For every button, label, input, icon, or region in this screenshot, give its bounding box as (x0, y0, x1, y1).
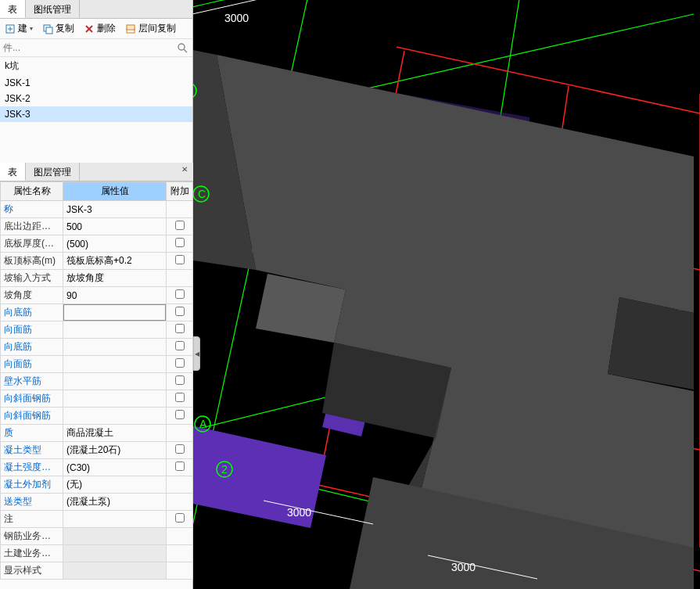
property-name[interactable]: 质 (1, 425, 63, 442)
extra-checkbox[interactable] (175, 393, 185, 402)
property-name: 土建业务属性 (1, 545, 63, 562)
close-icon[interactable]: ✕ (179, 164, 190, 175)
property-row: 显示样式 (1, 562, 193, 580)
property-row: 底出边距离(...500 (1, 218, 193, 235)
dimension-bottom-right: 3000 (451, 561, 476, 573)
extra-checkbox[interactable] (175, 238, 185, 247)
search-icon[interactable] (177, 42, 188, 53)
tab-drawings[interactable]: 图纸管理 (26, 0, 80, 18)
layer-copy-button[interactable]: 层间复制 (122, 20, 179, 37)
property-name[interactable]: 向斜面钢筋 (1, 390, 63, 408)
property-extra[interactable] (167, 218, 193, 235)
tab-layer-mgmt[interactable]: 图层管理 (26, 163, 80, 181)
tab-prop-list[interactable]: 表 (0, 163, 26, 181)
property-extra[interactable] (167, 339, 193, 356)
property-name[interactable]: 凝土强度等级 (1, 459, 63, 476)
property-extra[interactable] (167, 304, 193, 321)
property-name[interactable]: 向底筋 (1, 339, 63, 356)
property-row: 向底筋 (1, 304, 193, 321)
property-extra (167, 270, 193, 287)
property-value[interactable]: 商品混凝土 (63, 425, 167, 442)
property-extra[interactable] (167, 287, 193, 304)
property-extra[interactable] (167, 511, 193, 528)
property-row: 坡角度90 (1, 287, 193, 304)
extra-checkbox[interactable] (175, 221, 185, 230)
property-name[interactable]: 凝土外加剂 (1, 476, 63, 494)
property-extra[interactable] (167, 459, 193, 476)
property-value[interactable]: (混凝土泵) (63, 494, 167, 511)
extra-checkbox[interactable] (175, 324, 185, 333)
property-name: 显示样式 (1, 562, 63, 580)
col-extra[interactable]: 附加 (167, 182, 193, 201)
panel-collapse-handle[interactable]: ◀ (193, 336, 200, 371)
property-value[interactable]: (无) (63, 476, 167, 494)
property-value[interactable] (63, 339, 167, 356)
property-name[interactable]: 向面筋 (1, 321, 63, 339)
col-value[interactable]: 属性值 (63, 182, 167, 201)
extra-checkbox[interactable] (175, 513, 185, 523)
axis-label-a: A (199, 418, 207, 430)
extra-checkbox[interactable] (175, 255, 185, 264)
property-value[interactable]: (混凝土20石) (63, 442, 167, 459)
property-name[interactable]: 称 (1, 201, 63, 218)
new-icon (5, 23, 16, 34)
property-table: 属性名称 属性值 附加 称JSK-3底出边距离(...500底板厚度(mm)(5… (0, 181, 193, 580)
list-item[interactable]: JSK-2 (0, 91, 192, 106)
extra-checkbox[interactable] (175, 375, 185, 385)
extra-checkbox[interactable] (175, 444, 185, 454)
property-extra[interactable] (167, 235, 193, 253)
property-row: 向底筋 (1, 339, 193, 356)
property-name[interactable]: 壁水平筋 (1, 373, 63, 390)
property-row: 送类型(混凝土泵) (1, 494, 193, 511)
extra-checkbox[interactable] (175, 341, 185, 350)
list-item[interactable]: k坑 (0, 57, 192, 75)
extra-checkbox[interactable] (175, 289, 185, 299)
copy-button[interactable]: 复制 (39, 20, 77, 37)
property-value[interactable] (63, 304, 167, 321)
property-name[interactable]: 凝土类型 (1, 442, 63, 459)
property-extra (167, 494, 193, 511)
property-name[interactable]: 向斜面钢筋 (1, 408, 63, 425)
col-name[interactable]: 属性名称 (1, 182, 63, 201)
extra-checkbox[interactable] (175, 307, 185, 316)
property-extra (167, 562, 193, 580)
property-value[interactable]: 500 (63, 218, 167, 235)
model-viewport[interactable]: D C A 2 3000 3000 3000 (193, 0, 700, 589)
tab-list[interactable]: 表 (0, 0, 26, 18)
property-value[interactable] (63, 373, 167, 390)
property-name[interactable]: 送类型 (1, 494, 63, 511)
property-name: 坡角度 (1, 287, 63, 304)
delete-button[interactable]: 删除 (81, 20, 119, 37)
property-extra[interactable] (167, 253, 193, 270)
property-value[interactable]: JSK-3 (63, 201, 167, 218)
new-label: 建 (18, 22, 27, 35)
list-item[interactable]: JSK-3 (0, 106, 192, 122)
extra-checkbox[interactable] (175, 358, 185, 368)
property-extra[interactable] (167, 321, 193, 339)
property-value[interactable] (63, 408, 167, 425)
property-value[interactable]: 放坡角度 (63, 270, 167, 287)
extra-checkbox[interactable] (175, 410, 185, 419)
property-value[interactable]: 90 (63, 287, 167, 304)
property-extra[interactable] (167, 373, 193, 390)
property-value[interactable]: (500) (63, 235, 167, 253)
new-button[interactable]: 建 ▾ (2, 20, 36, 37)
property-name[interactable]: 向底筋 (1, 304, 63, 321)
property-value[interactable] (63, 356, 167, 373)
property-extra[interactable] (167, 408, 193, 425)
property-value[interactable]: 筏板底标高+0.2 (63, 253, 167, 270)
property-panel: ✕ 表 图层管理 属性名称 属性值 附加 称JSK-3底出边距离(...500底… (0, 163, 193, 580)
property-name: 注 (1, 511, 63, 528)
extra-checkbox[interactable] (175, 462, 185, 471)
property-extra[interactable] (167, 356, 193, 373)
property-value-input[interactable] (66, 307, 163, 318)
list-item[interactable]: JSK-1 (0, 75, 192, 91)
property-name[interactable]: 向面筋 (1, 356, 63, 373)
property-value[interactable] (63, 321, 167, 339)
property-value[interactable] (63, 390, 167, 408)
property-extra[interactable] (167, 442, 193, 459)
property-extra[interactable] (167, 390, 193, 408)
property-value[interactable] (63, 511, 167, 528)
search-input[interactable] (0, 39, 192, 56)
property-value[interactable]: (C30) (63, 459, 167, 476)
